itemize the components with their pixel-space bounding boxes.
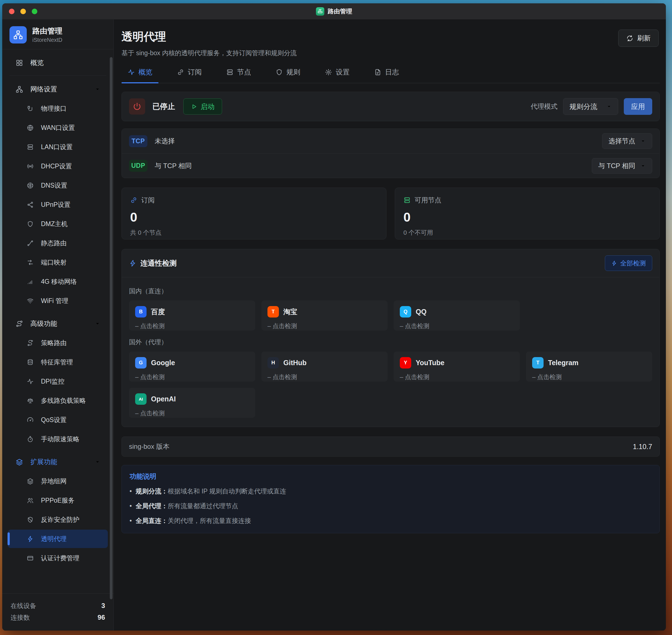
sidebar-item-port-mapping[interactable]: 端口映射 [8, 253, 108, 271]
power-icon [129, 98, 145, 114]
test-card-telegram[interactable]: T Telegram – 点击检测 [526, 351, 652, 381]
tab-logs[interactable]: 日志 [368, 67, 405, 83]
test-card-openai[interactable]: AI OpenAI – 点击检测 [129, 388, 255, 418]
link-icon [177, 69, 184, 76]
sidebar-item-static-route[interactable]: 静态路由 [8, 234, 108, 252]
sidebar-item-pppoe[interactable]: PPPoE服务 [8, 491, 108, 509]
test-card-github[interactable]: H GitHub – 点击检测 [261, 351, 387, 381]
udp-node-select[interactable]: 与 TCP 相同 [592, 158, 652, 174]
route-icon [27, 240, 34, 247]
sidebar-item-4g[interactable]: 4G 移动网络 [8, 272, 108, 291]
proxy-node-panel: TCP 未选择 选择节点 UDP 与 TCP 相同 与 TCP 相同 [121, 129, 660, 178]
domestic-grid: B 百度 – 点击检测 T 淘宝 – 点击检测 [129, 301, 652, 331]
radio-icon [27, 163, 34, 170]
version-label: sing-box 版本 [129, 442, 170, 451]
test-status: – 点击检测 [135, 322, 249, 330]
shield-icon [27, 220, 34, 227]
zoom-button[interactable] [32, 9, 37, 14]
foreign-grid: G Google – 点击检测 H GitHub – 点击检测 [129, 351, 652, 418]
layers-icon [27, 478, 34, 485]
connections-value: 96 [97, 614, 105, 621]
sidebar-item-label: 端口映射 [41, 258, 67, 267]
sidebar-item-label: UPnP设置 [41, 200, 70, 209]
sidebar-item-label: WiFi 管理 [41, 297, 68, 305]
sidebar-item-wan[interactable]: WAN口设置 [8, 118, 108, 137]
sidebar-item-auth-billing[interactable]: 认证计费管理 [8, 549, 108, 567]
telegram-badge-icon: T [532, 357, 543, 369]
group-domestic-label: 国内（直连） [129, 287, 652, 295]
link-icon [130, 197, 137, 204]
note-desc: 关闭代理，所有流量直接连接 [168, 517, 251, 525]
tcp-node-select-value: 选择节点 [608, 137, 635, 146]
test-card-taobao[interactable]: T 淘宝 – 点击检测 [261, 301, 387, 331]
sidebar-item-dhcp[interactable]: DHCP设置 [8, 157, 108, 175]
sidebar-item-dns[interactable]: DNS设置 [8, 176, 108, 195]
note-term: 规则分流： [136, 487, 168, 496]
sidebar-item-dpi[interactable]: DPI监控 [8, 372, 108, 391]
sidebar-section-label: 高级功能 [30, 319, 57, 328]
sidebar-item-transparent-proxy[interactable]: 透明代理 [8, 530, 108, 548]
sidebar-item-physical-interface[interactable]: 物理接口 [8, 99, 108, 118]
start-button[interactable]: 启动 [183, 98, 222, 114]
tab-overview[interactable]: 概览 [121, 67, 159, 83]
note-global-direct: • 全局直连： 关闭代理，所有流量直接连接 [130, 517, 652, 525]
minimize-button[interactable] [20, 9, 26, 14]
test-card-qq[interactable]: Q QQ – 点击检测 [394, 301, 520, 331]
sidebar-item-lan[interactable]: LAN口设置 [8, 138, 108, 156]
proxy-mode-select[interactable]: 规则分流 [563, 98, 618, 115]
sidebar-item-dmz[interactable]: DMZ主机 [8, 215, 108, 233]
connectivity-panel: 连通性检测 全部检测 国内（直连） B 百度 [121, 249, 660, 427]
baidu-badge-icon: B [135, 306, 147, 318]
sidebar-item-qos[interactable]: QoS设置 [8, 411, 108, 429]
tab-nodes[interactable]: 节点 [220, 67, 257, 83]
sidebar-item-label: DNS设置 [41, 181, 67, 190]
test-card-google[interactable]: G Google – 点击检测 [129, 351, 255, 381]
sidebar-item-antifraud[interactable]: 反诈安全防护 [8, 510, 108, 529]
sidebar-item-label: LAN口设置 [41, 143, 73, 151]
sidebar-scrollbar[interactable] [110, 57, 113, 599]
zap-icon [611, 260, 617, 266]
sidebar-item-upnp[interactable]: UPnP设置 [8, 195, 108, 214]
users-icon [27, 497, 34, 504]
check-all-button[interactable]: 全部检测 [605, 255, 652, 271]
tab-subscriptions[interactable]: 订阅 [171, 67, 208, 83]
close-button[interactable] [9, 9, 15, 14]
app-logo-icon [9, 26, 27, 43]
shield-off-icon [27, 516, 34, 523]
available-nodes-value: 0 [403, 210, 651, 225]
test-card-youtube[interactable]: Y YouTube – 点击检测 [394, 351, 520, 381]
tab-rules[interactable]: 规则 [269, 67, 307, 83]
apply-button[interactable]: 应用 [624, 98, 652, 115]
udp-row: UDP 与 TCP 相同 与 TCP 相同 [122, 153, 659, 178]
start-label: 启动 [201, 102, 215, 111]
sidebar-section-network[interactable]: 网络设置 [8, 80, 108, 98]
sidebar-section-advanced[interactable]: 高级功能 [8, 314, 108, 333]
arrows-swap-icon [27, 259, 34, 266]
sidebar-item-signature-db[interactable]: 特征库管理 [8, 353, 108, 371]
activity-icon [27, 378, 34, 385]
sidebar-section-extensions[interactable]: 扩展功能 [8, 453, 108, 471]
sidebar-item-label: 认证计费管理 [41, 554, 80, 563]
sidebar-item-label: 透明代理 [41, 535, 67, 543]
sidebar-item-site-to-site[interactable]: 异地组网 [8, 472, 108, 490]
sidebar-item-label: DPI监控 [41, 377, 64, 386]
sidebar-item-speed-limit[interactable]: 手动限速策略 [8, 430, 108, 448]
connections-row: 连接数 96 [10, 612, 105, 623]
taobao-badge-icon: T [267, 306, 279, 318]
file-text-icon [374, 69, 381, 76]
sidebar-item-wifi[interactable]: WiFi 管理 [8, 291, 108, 310]
sidebar-item-policy-route[interactable]: 策略路由 [8, 334, 108, 352]
note-desc: 根据域名和 IP 规则自动判断走代理或直连 [168, 487, 286, 496]
sidebar-item-overview[interactable]: 概览 [8, 53, 108, 72]
tab-settings[interactable]: 设置 [319, 67, 356, 83]
sidebar-nav: 概览 网络设置 物理接口 WAN口设置 LAN [2, 49, 113, 593]
server-icon [27, 144, 34, 151]
sidebar-item-label: 概览 [30, 58, 44, 67]
refresh-button[interactable]: 刷新 [618, 29, 658, 47]
sidebar-item-load-balance[interactable]: 多线路负载策略 [8, 391, 108, 410]
github-badge-icon: H [267, 357, 279, 369]
openai-badge-icon: AI [135, 393, 147, 405]
test-card-baidu[interactable]: B 百度 – 点击检测 [129, 301, 255, 331]
tcp-node-select[interactable]: 选择节点 [602, 133, 652, 149]
sidebar-item-label: DHCP设置 [41, 162, 72, 171]
